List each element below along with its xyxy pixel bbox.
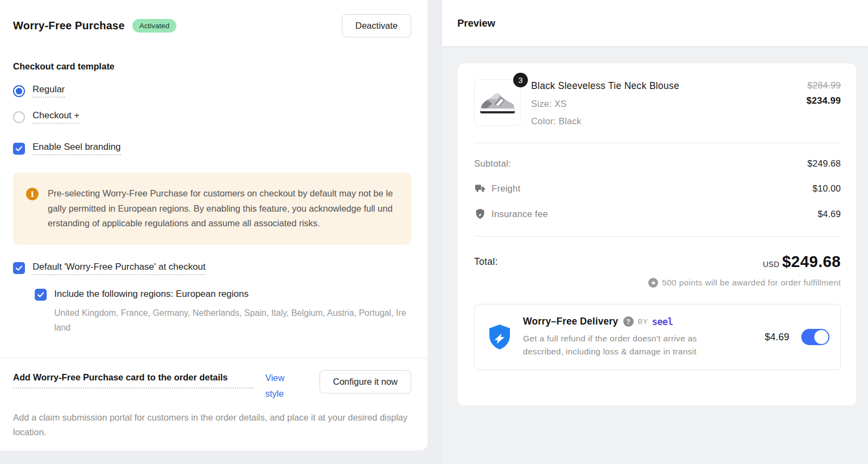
subtotal-value: $249.68 xyxy=(807,158,841,169)
radio-label: Regular xyxy=(33,84,65,98)
fees-block: Subtotal: $249.68 Freight $10.00 Insuran… xyxy=(474,158,841,220)
worry-free-delivery-card: Worry–Free Delivery ? BY seel Get a full… xyxy=(474,304,841,370)
points-note: 500 points will be awarded for order ful… xyxy=(662,278,841,288)
product-color: Color: Black xyxy=(531,116,679,126)
checkbox-label: Include the following regions: European … xyxy=(54,289,248,301)
total-amount: $249.68 xyxy=(782,253,841,271)
divider xyxy=(474,143,841,143)
help-icon[interactable]: ? xyxy=(623,316,634,327)
settings-panel: Worry-Free Purchase Activated Deactivate… xyxy=(0,0,427,450)
page-title: Worry-Free Purchase xyxy=(13,20,125,32)
configure-button[interactable]: Configure it now xyxy=(320,370,411,393)
currency-code: USD xyxy=(763,260,779,269)
delivery-info: Worry–Free Delivery ? BY seel Get a full… xyxy=(523,316,713,358)
status-badge: Activated xyxy=(132,19,177,33)
product-row: 3 Black Sleeveless Tie Neck Blouse Size:… xyxy=(474,79,841,126)
toggle-knob[interactable] xyxy=(814,330,828,344)
product-name: Black Sleeveless Tie Neck Blouse xyxy=(531,80,679,92)
order-details-description: Add a claim submission portal for custom… xyxy=(13,410,414,440)
radio-label: Checkout + xyxy=(33,110,79,124)
product-info: Black Sleeveless Tie Neck Blouse Size: X… xyxy=(531,79,679,126)
subtotal-label: Subtotal: xyxy=(474,158,511,169)
regions-list: United Kingdom, France, Germany, Netherl… xyxy=(54,306,407,335)
delivery-toggle[interactable] xyxy=(801,329,829,345)
total-label: Total: xyxy=(474,256,498,268)
preview-title: Preview xyxy=(457,17,495,29)
total-block: Total: USD $249.68 500 points will be aw… xyxy=(474,253,841,288)
truck-icon xyxy=(474,182,486,194)
seel-brand-link[interactable]: seel xyxy=(652,316,673,327)
warning-text: Pre-selecting Worry-Free Purchase for cu… xyxy=(48,186,397,231)
product-size: Size: XS xyxy=(531,99,679,109)
order-details-heading: Add Worry-Free Purchase card to the orde… xyxy=(13,370,253,389)
section-divider xyxy=(0,358,427,358)
order-details-row: Add Worry-Free Purchase card to the orde… xyxy=(13,370,411,402)
points-row: 500 points will be awarded for order ful… xyxy=(474,278,841,288)
radio-selected-icon[interactable] xyxy=(13,85,25,97)
checkbox-label: Enable Seel branding xyxy=(33,142,121,155)
preview-panel: Preview 3 Black Sleeveless Tie Neck Blou… xyxy=(442,0,868,464)
checkbox-checked-icon[interactable] xyxy=(13,262,25,274)
radio-option-checkout-plus[interactable]: Checkout + xyxy=(13,110,79,124)
legal-warning-banner: i Pre-selecting Worry-Free Purchase for … xyxy=(13,173,411,245)
include-regions-checkbox-row[interactable]: Include the following regions: European … xyxy=(35,289,248,301)
radio-unselected-icon[interactable] xyxy=(13,111,25,123)
divider xyxy=(474,236,841,237)
delivery-description: Get a full refund if the order doesn't a… xyxy=(523,332,713,358)
freight-value: $10.00 xyxy=(813,183,841,194)
preview-header: Preview xyxy=(442,0,868,46)
insurance-label: Insurance fee xyxy=(492,209,548,219)
delivery-title: Worry–Free Delivery xyxy=(523,316,618,327)
insurance-value: $4.69 xyxy=(818,209,841,219)
insurance-row: Insurance fee $4.69 xyxy=(474,208,841,220)
delivery-price: $4.69 xyxy=(765,332,789,343)
radio-option-regular[interactable]: Regular xyxy=(13,84,65,98)
original-price: $284.99 xyxy=(806,80,841,91)
checkbox-checked-icon[interactable] xyxy=(35,289,47,301)
by-label: BY xyxy=(638,317,648,326)
sneaker-image xyxy=(479,90,516,115)
default-checkout-checkbox-row[interactable]: Default 'Worry-Free Purchase' at checkou… xyxy=(13,262,206,275)
deactivate-button[interactable]: Deactivate xyxy=(342,14,411,37)
product-prices: $284.99 $234.99 xyxy=(806,79,841,126)
quantity-badge: 3 xyxy=(513,73,528,87)
subtotal-row: Subtotal: $249.68 xyxy=(474,158,841,169)
freight-row: Freight $10.00 xyxy=(474,182,841,194)
info-icon: i xyxy=(26,188,39,200)
checkbox-checked-icon[interactable] xyxy=(13,143,25,155)
delivery-shield-icon xyxy=(488,324,512,350)
panel-header: Worry-Free Purchase Activated Deactivate xyxy=(13,14,411,37)
enable-branding-checkbox-row[interactable]: Enable Seel branding xyxy=(13,142,121,155)
view-style-link[interactable]: View style xyxy=(265,370,295,402)
product-image: 3 xyxy=(474,79,521,126)
star-icon xyxy=(648,278,658,288)
freight-label: Freight xyxy=(492,183,520,194)
checkout-preview-card: 3 Black Sleeveless Tie Neck Blouse Size:… xyxy=(458,63,856,405)
sale-price: $234.99 xyxy=(806,96,841,106)
shield-icon xyxy=(474,208,486,220)
checkout-template-heading: Checkout card template xyxy=(13,61,411,72)
checkbox-label: Default 'Worry-Free Purchase' at checkou… xyxy=(33,262,206,275)
